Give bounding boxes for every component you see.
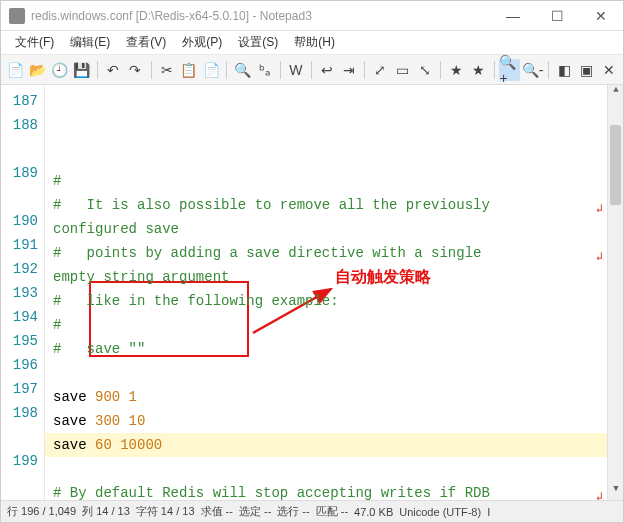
menu-edit[interactable]: 编辑(E): [62, 32, 118, 53]
toolbar-separator: [311, 61, 312, 79]
menu-help[interactable]: 帮助(H): [286, 32, 343, 53]
scheme-icon[interactable]: ◧: [554, 59, 574, 81]
line-number: [1, 137, 44, 161]
token: # points by adding a save directive with…: [53, 245, 481, 261]
zoomout-icon[interactable]: ⤢: [370, 59, 390, 81]
code-line[interactable]: #: [45, 313, 607, 337]
code-line[interactable]: configured save: [45, 217, 607, 241]
token: configured save: [53, 221, 179, 237]
code-line[interactable]: # save "": [45, 337, 607, 361]
line-number: 188: [1, 113, 44, 137]
token: empty string argument: [53, 269, 229, 285]
line-number: 193: [1, 281, 44, 305]
cut-icon[interactable]: ✂: [156, 59, 176, 81]
exit-icon[interactable]: ✕: [599, 59, 619, 81]
menu-appearance[interactable]: 外观(P): [174, 32, 230, 53]
line-number: [1, 425, 44, 449]
new-icon[interactable]: 📄: [5, 59, 25, 81]
line-number: [1, 473, 44, 497]
code-line[interactable]: ↲# It is also possible to remove all the…: [45, 193, 607, 217]
token: 300 10: [95, 413, 145, 429]
menu-settings[interactable]: 设置(S): [230, 32, 286, 53]
line-number: 199: [1, 449, 44, 473]
menubar: 文件(F) 编辑(E) 查看(V) 外观(P) 设置(S) 帮助(H): [1, 31, 623, 55]
status-lines-sel: 选行 --: [277, 504, 309, 519]
line-number: [1, 185, 44, 209]
code-line[interactable]: # like in the following example:: [45, 289, 607, 313]
toolbar-separator: [364, 61, 365, 79]
token: # By default Redis will stop accepting w…: [53, 485, 490, 500]
fav-icon[interactable]: ★: [446, 59, 466, 81]
menu-view[interactable]: 查看(V): [118, 32, 174, 53]
token: save: [53, 437, 95, 453]
vertical-scrollbar[interactable]: ▲ ▼: [607, 85, 623, 500]
app-icon: [9, 8, 25, 24]
word-icon[interactable]: W: [286, 59, 306, 81]
status-sel: 选定 --: [239, 504, 271, 519]
toolbar-separator: [280, 61, 281, 79]
token: # It is also possible to remove all the …: [53, 197, 490, 213]
toolbar-separator: [151, 61, 152, 79]
save-icon[interactable]: 💾: [72, 59, 92, 81]
code-area[interactable]: 自动触发策略 #↲# It is also possible to remove…: [45, 85, 607, 500]
replace-icon[interactable]: ᵇₐ: [254, 59, 274, 81]
undo-icon[interactable]: ↶: [103, 59, 123, 81]
history-icon[interactable]: 🕘: [50, 59, 70, 81]
code-line[interactable]: ↲# By default Redis will stop accepting …: [45, 481, 607, 500]
line-number: 200: [1, 497, 44, 500]
statusbar: 行 196 / 1,049 列 14 / 13 字符 14 / 13 求值 --…: [1, 500, 623, 522]
zoomin-icon[interactable]: ⤡: [415, 59, 435, 81]
scroll-up-icon[interactable]: ▲: [608, 85, 623, 101]
token: # save "": [53, 341, 145, 357]
zoomfit-icon[interactable]: ▭: [393, 59, 413, 81]
token: save: [53, 389, 95, 405]
line-number: 194: [1, 305, 44, 329]
code-line[interactable]: save 300 10: [45, 409, 607, 433]
token: save: [53, 413, 95, 429]
token: #: [53, 173, 61, 189]
token: 60 10000: [95, 437, 162, 453]
favadd-icon[interactable]: ★: [468, 59, 488, 81]
line-number: 187: [1, 89, 44, 113]
paste-icon[interactable]: 📄: [201, 59, 221, 81]
zoomplus-icon[interactable]: 🔍+: [499, 59, 519, 81]
code-line[interactable]: [45, 361, 607, 385]
line-number: 191: [1, 233, 44, 257]
window-controls: ― ☐ ✕: [499, 8, 615, 24]
line-number: 197: [1, 377, 44, 401]
code-line[interactable]: #: [45, 169, 607, 193]
zoomminus-icon[interactable]: 🔍-: [522, 59, 544, 81]
wrap-icon: ↲: [596, 485, 603, 500]
code-line[interactable]: empty string argument: [45, 265, 607, 289]
run-icon[interactable]: ▣: [577, 59, 597, 81]
redo-icon[interactable]: ↷: [125, 59, 145, 81]
close-button[interactable]: ✕: [587, 8, 615, 24]
status-match: 匹配 --: [316, 504, 348, 519]
line-number-gutter: 1871881891901911921931941951961971981992…: [1, 85, 45, 500]
code-line[interactable]: ↲# points by adding a save directive wit…: [45, 241, 607, 265]
line-number: 192: [1, 257, 44, 281]
find-icon[interactable]: 🔍: [232, 59, 252, 81]
indent-icon[interactable]: ⇥: [339, 59, 359, 81]
wrap-icon[interactable]: ↩: [317, 59, 337, 81]
code-line[interactable]: save 60 10000: [45, 433, 607, 457]
minimize-button[interactable]: ―: [499, 8, 527, 24]
titlebar: redis.windows.conf [D:\Redis-x64-5.0.10]…: [1, 1, 623, 31]
toolbar-separator: [440, 61, 441, 79]
status-size: 47.0 KB: [354, 506, 393, 518]
scrollbar-thumb[interactable]: [610, 125, 621, 205]
code-line[interactable]: save 900 1: [45, 385, 607, 409]
token: #: [53, 317, 61, 333]
open-icon[interactable]: 📂: [27, 59, 47, 81]
scroll-down-icon[interactable]: ▼: [608, 484, 623, 500]
token: 900 1: [95, 389, 137, 405]
token: # like in the following example:: [53, 293, 339, 309]
editor: 1871881891901911921931941951961971981992…: [1, 85, 623, 500]
code-line[interactable]: [45, 457, 607, 481]
window-title: redis.windows.conf [D:\Redis-x64-5.0.10]…: [31, 9, 499, 23]
status-col: 列 14 / 13: [82, 504, 130, 519]
maximize-button[interactable]: ☐: [543, 8, 571, 24]
copy-icon[interactable]: 📋: [179, 59, 199, 81]
status-chars: 字符 14 / 13: [136, 504, 195, 519]
menu-file[interactable]: 文件(F): [7, 32, 62, 53]
